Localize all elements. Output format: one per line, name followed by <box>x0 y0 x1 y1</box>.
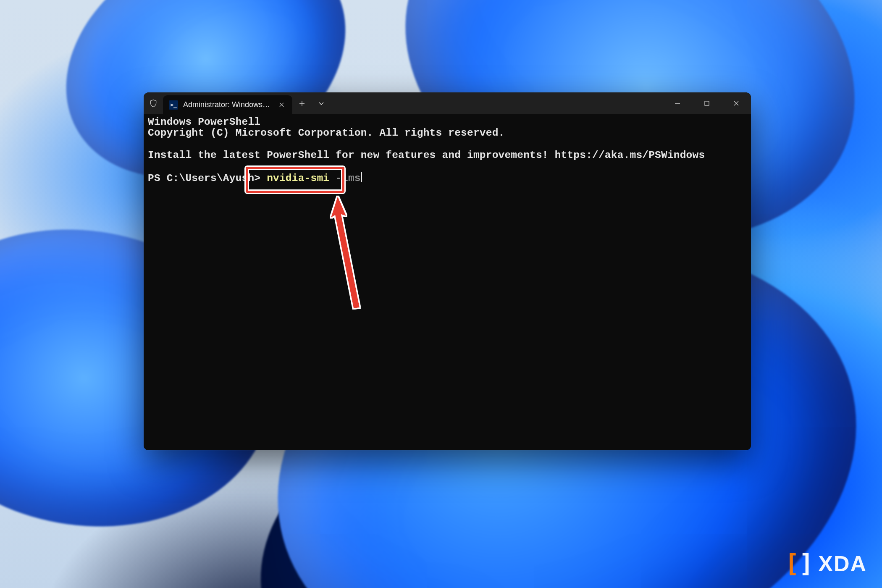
tab-close-button[interactable] <box>276 100 286 110</box>
terminal-window: >_ Administrator: Windows Powe Windows P… <box>144 92 751 450</box>
watermark-text: XDA <box>818 551 867 576</box>
svg-rect-0 <box>705 101 709 105</box>
terminal-line: Windows PowerShell <box>148 116 260 128</box>
prompt: PS C:\Users\Ayush> <box>148 173 267 184</box>
window-close-button[interactable] <box>722 92 751 114</box>
terminal-line: Install the latest PowerShell for new fe… <box>148 150 705 161</box>
command-argument: -lms <box>329 173 361 184</box>
tab-dropdown-button[interactable] <box>312 92 331 114</box>
watermark: [] XDA <box>785 549 867 578</box>
maximize-button[interactable] <box>692 92 722 114</box>
minimize-button[interactable] <box>663 92 692 114</box>
text-cursor <box>361 172 362 182</box>
new-tab-button[interactable] <box>292 92 312 114</box>
powershell-icon: >_ <box>169 100 178 110</box>
terminal-output[interactable]: Windows PowerShell Copyright (C) Microso… <box>144 114 751 450</box>
titlebar-drag-region[interactable] <box>331 92 663 114</box>
titlebar[interactable]: >_ Administrator: Windows Powe <box>144 92 751 114</box>
tab-title: Administrator: Windows Powe <box>183 100 271 109</box>
terminal-line: Copyright (C) Microsoft Corporation. All… <box>148 127 504 139</box>
admin-shield-icon <box>144 92 163 114</box>
tab-powershell[interactable]: >_ Administrator: Windows Powe <box>163 95 292 114</box>
command-executable: nvidia-smi <box>267 173 329 184</box>
watermark-logo-icon: [] <box>785 549 812 578</box>
